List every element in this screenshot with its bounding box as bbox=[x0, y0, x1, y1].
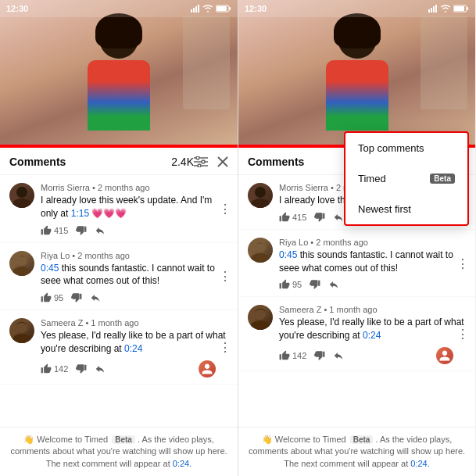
svg-rect-6 bbox=[229, 7, 231, 10]
banner-text: Welcome to Timed Beta . As the video pla… bbox=[249, 435, 465, 456]
comment-actions: 415 bbox=[41, 225, 228, 236]
comment-text: Yes please, I'd really like to be a part… bbox=[41, 329, 228, 356]
dislike-button[interactable] bbox=[71, 292, 82, 303]
like-button[interactable]: 95 bbox=[279, 279, 302, 290]
avatar bbox=[9, 251, 34, 276]
user-avatar-icon bbox=[436, 347, 453, 364]
like-button[interactable]: 142 bbox=[41, 363, 68, 374]
left-panel: 12:30 Comments 2.4K bbox=[0, 0, 238, 476]
reply-icon[interactable] bbox=[95, 225, 106, 236]
comment-item: Sameera Z • 1 month ago Yes please, I'd … bbox=[0, 310, 238, 385]
comment-actions: 95 bbox=[279, 279, 466, 290]
video-thumbnail-left[interactable]: 12:30 bbox=[0, 0, 238, 145]
timestamp-link[interactable]: 1:15 bbox=[71, 208, 89, 219]
dislike-button[interactable] bbox=[76, 363, 87, 374]
comment-content: Sameera Z • 1 month ago Yes please, I'd … bbox=[41, 318, 228, 378]
svg-point-33 bbox=[251, 253, 270, 263]
svg-rect-5 bbox=[217, 6, 227, 11]
comments-count-left: 2.4K bbox=[171, 156, 194, 168]
status-icons-left bbox=[191, 5, 231, 13]
dropdown-item-top-comments[interactable]: Top comments bbox=[345, 133, 467, 163]
dislike-button[interactable] bbox=[314, 212, 325, 223]
timed-banner-right: 👋 Welcome to Timed Beta . As the video p… bbox=[238, 427, 475, 476]
status-bar-left: 12:30 bbox=[0, 0, 238, 17]
reply-icon[interactable] bbox=[333, 212, 344, 223]
comment-item: Morris Sierra • 2 months ago I already l… bbox=[0, 175, 238, 243]
reply-icon[interactable] bbox=[95, 363, 106, 374]
comment-content: Sameera Z • 1 month ago Yes please, I'd … bbox=[279, 305, 466, 364]
wifi-icon bbox=[440, 5, 451, 13]
battery-icon bbox=[453, 5, 469, 13]
dropdown-item-newest[interactable]: Newest first bbox=[345, 194, 467, 224]
svg-rect-21 bbox=[428, 9, 430, 13]
like-button[interactable]: 142 bbox=[279, 350, 306, 361]
svg-point-12 bbox=[198, 164, 201, 167]
comment-meta: Riya Lo • 2 months ago bbox=[41, 251, 228, 260]
comments-list-left: Morris Sierra • 2 months ago I already l… bbox=[0, 175, 238, 427]
comment-content: Morris Sierra • 2 months ago I already l… bbox=[41, 183, 228, 236]
video-thumbnail-right[interactable]: 12:30 bbox=[238, 0, 475, 145]
filter-icon-left[interactable] bbox=[194, 156, 208, 167]
svg-point-10 bbox=[196, 156, 199, 159]
svg-point-16 bbox=[13, 199, 31, 208]
more-options-button[interactable]: ⋮ bbox=[219, 201, 231, 216]
svg-point-30 bbox=[255, 187, 266, 198]
banner-link[interactable]: 0:24. bbox=[173, 459, 191, 468]
dislike-button[interactable] bbox=[76, 225, 87, 236]
timestamp-link[interactable]: 0:45 bbox=[279, 249, 297, 260]
svg-rect-23 bbox=[433, 6, 435, 13]
svg-point-18 bbox=[13, 267, 31, 276]
comment-actions: 142 bbox=[279, 347, 466, 364]
comment-meta: Morris Sierra • 2 months ago bbox=[41, 183, 228, 192]
battery-icon bbox=[216, 5, 231, 13]
timestamp-link[interactable]: 0:45 bbox=[41, 263, 59, 274]
svg-point-32 bbox=[255, 242, 266, 252]
time-right: 12:30 bbox=[245, 4, 267, 13]
close-icon-left[interactable] bbox=[217, 156, 228, 167]
reply-icon[interactable] bbox=[90, 292, 101, 303]
comment-meta: Sameera Z • 1 month ago bbox=[279, 305, 466, 314]
svg-point-15 bbox=[16, 187, 27, 198]
comment-actions: 142 bbox=[41, 360, 228, 378]
like-button[interactable]: 95 bbox=[41, 292, 63, 303]
comment-text: 0:45 this sounds fantastic. I cannot wai… bbox=[41, 262, 228, 288]
more-options-button[interactable]: ⋮ bbox=[456, 256, 469, 270]
timestamp-link[interactable]: 0:24 bbox=[363, 330, 381, 341]
banner-next: The next comment will appear at 0:24. bbox=[46, 459, 192, 468]
more-options-button[interactable]: ⋮ bbox=[456, 327, 469, 342]
dropdown-item-timed[interactable]: Timed Beta bbox=[345, 163, 467, 194]
comment-text: I already love this week's update. And I… bbox=[41, 194, 228, 220]
comment-text: Yes please, I'd really like to be a part… bbox=[279, 316, 466, 342]
dislike-button[interactable] bbox=[310, 279, 320, 290]
time-left: 12:30 bbox=[6, 4, 28, 13]
svg-point-20 bbox=[13, 334, 31, 343]
like-button[interactable]: 415 bbox=[279, 212, 306, 223]
comment-item: Riya Lo • 2 months ago 0:45 this sounds … bbox=[0, 243, 238, 311]
banner-next: The next comment will appear at 0:24. bbox=[284, 459, 430, 468]
more-options-button[interactable]: ⋮ bbox=[219, 269, 231, 284]
svg-point-31 bbox=[251, 199, 270, 208]
comment-content: Riya Lo • 2 months ago 0:45 this sounds … bbox=[41, 251, 228, 304]
signal-icon bbox=[428, 5, 438, 13]
svg-rect-0 bbox=[191, 9, 192, 13]
svg-rect-2 bbox=[195, 6, 197, 13]
avatar bbox=[9, 183, 34, 208]
avatar bbox=[9, 318, 34, 343]
banner-icon: 👋 bbox=[262, 435, 273, 444]
like-button[interactable]: 415 bbox=[41, 225, 68, 236]
comment-actions: 95 bbox=[41, 292, 228, 303]
comments-header-left: Comments 2.4K bbox=[0, 148, 238, 175]
banner-text: Welcome to Timed Beta . As the video pla… bbox=[10, 435, 227, 456]
more-options-button[interactable]: ⋮ bbox=[219, 339, 231, 354]
status-icons-right bbox=[428, 5, 469, 13]
comments-title-left: Comments bbox=[9, 156, 166, 168]
reply-icon[interactable] bbox=[328, 279, 339, 290]
svg-rect-27 bbox=[467, 7, 468, 10]
timestamp-link[interactable]: 0:24 bbox=[124, 343, 142, 354]
dislike-button[interactable] bbox=[314, 350, 325, 361]
banner-link[interactable]: 0:24. bbox=[410, 459, 429, 468]
svg-rect-26 bbox=[454, 6, 464, 11]
comment-meta: Riya Lo • 2 months ago bbox=[279, 238, 466, 247]
svg-point-11 bbox=[202, 160, 205, 163]
reply-icon[interactable] bbox=[333, 350, 344, 361]
